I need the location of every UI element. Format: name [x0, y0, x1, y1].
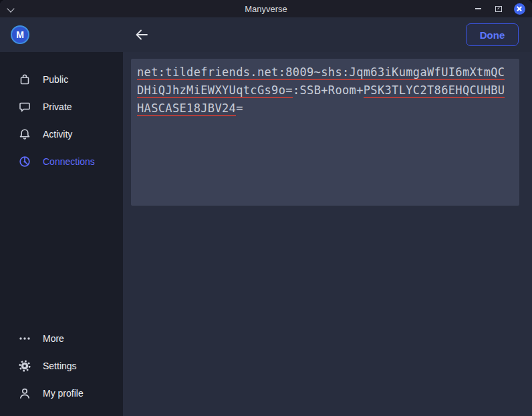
- back-arrow-icon: [134, 27, 149, 42]
- sidebar-bottom-group: More Settings My profile: [0, 325, 123, 407]
- restore-icon: [495, 6, 502, 12]
- sidebar-item-settings[interactable]: Settings: [0, 352, 123, 379]
- manyverse-logo: M: [11, 25, 29, 44]
- minimize-icon: [475, 8, 481, 9]
- window-title: Manyverse: [0, 4, 532, 14]
- sidebar-item-connections[interactable]: Connections: [0, 148, 123, 175]
- close-button[interactable]: [513, 3, 525, 15]
- activity-icon: [18, 128, 31, 141]
- invite-code-line: HASCASE18JBV24=: [137, 99, 513, 118]
- invite-code-line: net:tildefriends.net:8009~shs:Jqm63iKumg…: [137, 63, 513, 81]
- sidebar: Public Private Activity Connections: [0, 52, 123, 416]
- sidebar-item-label: Connections: [43, 156, 95, 167]
- sidebar-item-label: Activity: [43, 129, 72, 140]
- window-titlebar: Manyverse: [0, 0, 532, 17]
- invite-code-line: DHiQJhzMiEWXYUqtcGs9o=:SSB+Room+PSK3TLYC…: [137, 81, 513, 99]
- close-icon: [514, 3, 525, 15]
- window-controls: [472, 0, 525, 17]
- invite-text-segment: :SSB+Room+: [293, 83, 364, 97]
- sidebar-item-label: Public: [43, 74, 68, 85]
- private-icon: [18, 100, 31, 114]
- manyverse-window: Manyverse M Done Public Pr: [0, 0, 532, 416]
- invite-text-segment: DHiQJhzMiEWXYUqtcGs9o=: [137, 83, 293, 98]
- minimize-button[interactable]: [472, 3, 484, 15]
- invite-text-segment: HASCASE18JBV24: [137, 101, 236, 116]
- sidebar-item-label: Private: [43, 101, 72, 112]
- sidebar-item-label: Settings: [43, 361, 77, 371]
- public-icon: [18, 73, 31, 86]
- connections-icon: [18, 155, 31, 168]
- done-button[interactable]: Done: [466, 23, 519, 46]
- sidebar-item-label: More: [43, 333, 64, 344]
- more-dots-icon: [18, 332, 31, 345]
- back-button[interactable]: [134, 27, 149, 42]
- sidebar-item-label: My profile: [43, 388, 84, 399]
- sidebar-item-activity[interactable]: Activity: [0, 120, 123, 148]
- sidebar-item-public[interactable]: Public: [0, 65, 123, 93]
- invite-text-segment: PSK3TLYC2T86EHQCUHBU: [364, 83, 505, 98]
- invite-text-segment: net:tildefriends.net:8009~shs:Jqm63iKumg…: [137, 65, 505, 80]
- sidebar-item-my-profile[interactable]: My profile: [0, 379, 123, 407]
- restore-button[interactable]: [493, 3, 505, 15]
- app-header: M Done: [0, 17, 532, 52]
- gear-icon: [18, 359, 31, 373]
- invite-code-input[interactable]: net:tildefriends.net:8009~shs:Jqm63iKumg…: [131, 59, 519, 206]
- sidebar-item-more[interactable]: More: [0, 325, 123, 352]
- invite-text-segment: =: [236, 101, 243, 115]
- main-content: net:tildefriends.net:8009~shs:Jqm63iKumg…: [123, 52, 532, 416]
- profile-icon: [18, 387, 31, 400]
- sidebar-item-private[interactable]: Private: [0, 93, 123, 120]
